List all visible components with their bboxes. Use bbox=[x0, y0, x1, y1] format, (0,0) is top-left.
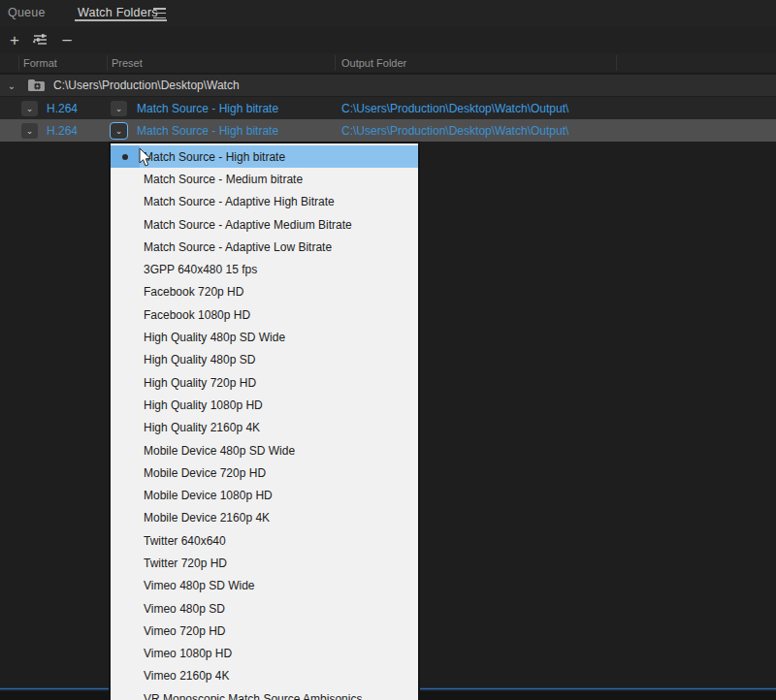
add-watch-folder-button[interactable]: + bbox=[2, 30, 27, 51]
watch-folder-row[interactable]: ⌄ C:\Users\Production\Desktop\Watch bbox=[0, 75, 776, 96]
format-value[interactable]: H.264 bbox=[47, 102, 78, 115]
preset-dropdown-button[interactable]: ⌄ bbox=[111, 101, 127, 116]
format-dropdown-button[interactable]: ⌄ bbox=[21, 101, 38, 116]
tab-queue[interactable]: Queue bbox=[8, 6, 46, 19]
preset-value[interactable]: Match Source - High bitrate bbox=[137, 102, 278, 115]
preset-menu-item[interactable]: Vimeo 720p HD bbox=[111, 620, 418, 642]
preset-menu-item[interactable]: High Quality 480p SD bbox=[111, 349, 418, 371]
preset-menu-item[interactable]: Mobile Device 1080p HD bbox=[111, 484, 418, 506]
preset-menu-item-label: High Quality 720p HD bbox=[140, 376, 256, 390]
preset-menu-item[interactable]: 3GPP 640x480 15 fps bbox=[111, 258, 418, 280]
preset-menu-item-label: Match Source - Adaptive Low Bitrate bbox=[140, 240, 332, 254]
preset-menu-item[interactable]: Mobile Device 720p HD bbox=[111, 461, 418, 484]
preset-menu-item-label: High Quality 1080p HD bbox=[140, 398, 263, 412]
preset-menu-item-label: Mobile Device 1080p HD bbox=[140, 489, 273, 502]
watch-folders-toolbar: + − bbox=[0, 27, 776, 53]
preset-menu-item-label: Vimeo 1080p HD bbox=[140, 647, 232, 660]
preset-menu-item-label: Vimeo 720p HD bbox=[140, 624, 226, 638]
watch-folder-path: C:\Users\Production\Desktop\Watch bbox=[53, 79, 240, 92]
output-folder-value[interactable]: C:\Users\Production\Desktop\Watch\Output… bbox=[341, 102, 568, 115]
preset-menu-item[interactable]: Vimeo 2160p 4K bbox=[111, 665, 418, 687]
preset-menu-item[interactable]: Facebook 1080p HD bbox=[111, 303, 418, 326]
preset-menu-item-label: Facebook 720p HD bbox=[140, 285, 243, 299]
preset-menu-item-label: High Quality 480p SD bbox=[140, 353, 255, 366]
preset-menu-item[interactable]: VR Monoscopic Match Source Ambisonics bbox=[111, 687, 418, 700]
preset-menu-item-label: High Quality 2160p 4K bbox=[140, 421, 260, 434]
preset-menu-item-label: 3GPP 640x480 15 fps bbox=[140, 263, 257, 276]
preset-menu-item-label: Mobile Device 720p HD bbox=[140, 466, 266, 480]
watch-folder-icon bbox=[27, 79, 46, 92]
remove-watch-folder-button[interactable]: − bbox=[54, 30, 80, 51]
preset-menu-item[interactable]: High Quality 1080p HD bbox=[111, 394, 418, 416]
preset-value[interactable]: Match Source - High bitrate bbox=[137, 124, 278, 138]
preset-menu-item[interactable]: Mobile Device 2160p 4K bbox=[111, 507, 418, 529]
preset-menu-item-label: Vimeo 480p SD Wide bbox=[140, 579, 255, 592]
selected-bullet-icon bbox=[111, 145, 140, 168]
preset-settings-button[interactable] bbox=[27, 30, 52, 51]
column-divider bbox=[18, 55, 19, 71]
output-folder-value[interactable]: C:\Users\Production\Desktop\Watch\Output… bbox=[341, 124, 568, 138]
format-value[interactable]: H.264 bbox=[47, 124, 78, 138]
column-header-format[interactable]: Format bbox=[23, 57, 57, 69]
mouse-cursor bbox=[139, 147, 153, 168]
column-header-output-folder[interactable]: Output Folder bbox=[341, 57, 406, 69]
panel-menu-icon[interactable] bbox=[153, 8, 166, 18]
preset-menu-item-label: Mobile Device 2160p 4K bbox=[140, 511, 270, 525]
format-dropdown-button[interactable]: ⌄ bbox=[21, 123, 38, 139]
preset-menu-item[interactable]: High Quality 2160p 4K bbox=[111, 417, 418, 439]
preset-menu-item[interactable]: Match Source - Adaptive High Bitrate bbox=[111, 191, 418, 213]
preset-menu-item[interactable]: Twitter 640x640 bbox=[111, 529, 418, 552]
preset-menu-item[interactable]: Match Source - Medium bitrate bbox=[111, 168, 418, 190]
preset-menu-item-label: VR Monoscopic Match Source Ambisonics bbox=[140, 692, 362, 700]
preset-menu-item[interactable]: Match Source - Adaptive Low Bitrate bbox=[111, 236, 418, 258]
chevron-down-icon[interactable]: ⌄ bbox=[6, 80, 17, 91]
preset-menu-item-label: Match Source - Adaptive High Bitrate bbox=[140, 195, 335, 208]
preset-menu-item[interactable]: Facebook 720p HD bbox=[111, 281, 418, 303]
panel-tab-bar: Queue Watch Folders bbox=[0, 0, 776, 27]
preset-menu-item[interactable]: Match Source - High bitrate bbox=[111, 145, 418, 168]
preset-dropdown-button[interactable]: ⌄ bbox=[111, 123, 127, 139]
preset-menu-item-label: Facebook 1080p HD bbox=[140, 308, 250, 322]
preset-menu-item[interactable]: Match Source - Adaptive Medium Bitrate bbox=[111, 213, 418, 236]
preset-menu-item[interactable]: Vimeo 1080p HD bbox=[111, 643, 418, 665]
preset-menu-item-label: High Quality 480p SD Wide bbox=[140, 331, 285, 344]
preset-menu-item-label: Match Source - High bitrate bbox=[140, 150, 285, 164]
preset-menu-item[interactable]: Vimeo 480p SD Wide bbox=[111, 575, 418, 597]
preset-menu-item-label: Vimeo 2160p 4K bbox=[140, 669, 230, 683]
tab-watch-folders[interactable]: Watch Folders bbox=[78, 6, 158, 19]
preset-menu-item-label: Vimeo 480p SD bbox=[140, 602, 225, 616]
preset-menu-item-label: Twitter 720p HD bbox=[140, 557, 227, 570]
preset-menu-item[interactable]: High Quality 480p SD Wide bbox=[111, 326, 418, 348]
preset-menu-item[interactable]: High Quality 720p HD bbox=[111, 371, 418, 394]
column-divider bbox=[107, 55, 108, 71]
preset-menu-item-label: Mobile Device 480p SD Wide bbox=[140, 444, 295, 458]
column-header-preset[interactable]: Preset bbox=[112, 57, 143, 69]
output-row-selected[interactable]: ⌄ H.264 ⌄ Match Source - High bitrate C:… bbox=[0, 119, 776, 142]
active-tab-underline bbox=[75, 19, 167, 21]
column-header-row: Format Preset Output Folder bbox=[0, 53, 776, 74]
output-row[interactable]: ⌄ H.264 ⌄ Match Source - High bitrate C:… bbox=[0, 97, 776, 119]
sliders-icon bbox=[32, 33, 48, 48]
preset-menu-item[interactable]: Mobile Device 480p SD Wide bbox=[111, 439, 418, 461]
preset-menu-item-label: Match Source - Medium bitrate bbox=[140, 173, 303, 186]
preset-menu-item-label: Twitter 640x640 bbox=[140, 534, 226, 548]
preset-menu-item-label: Match Source - Adaptive Medium Bitrate bbox=[140, 218, 352, 232]
preset-menu-item[interactable]: Twitter 720p HD bbox=[111, 552, 418, 574]
preset-menu-item[interactable]: Vimeo 480p SD bbox=[111, 597, 418, 620]
column-divider bbox=[335, 55, 336, 71]
preset-dropdown: Match Source - High bitrateMatch Source … bbox=[109, 142, 420, 700]
column-divider bbox=[616, 55, 617, 71]
